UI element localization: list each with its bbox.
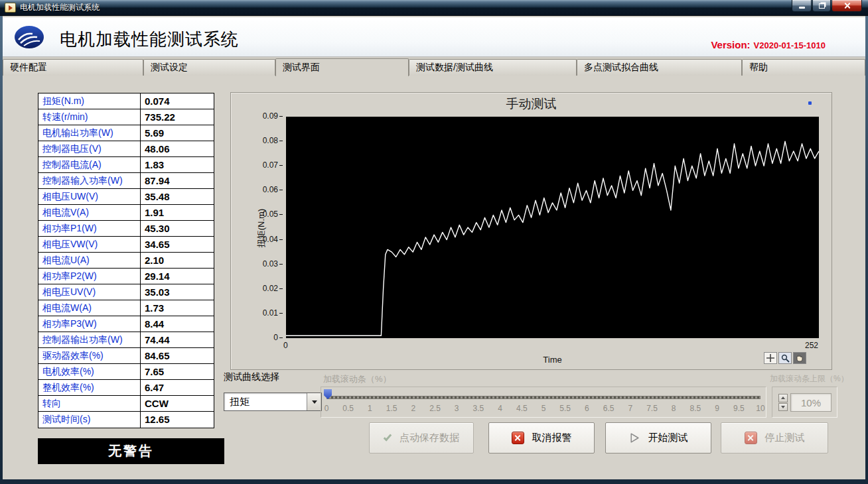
tab-test-settings[interactable]: 测试设定 <box>143 59 275 76</box>
minimize-button[interactable] <box>792 0 812 12</box>
load-limit-control: 10% <box>772 387 837 418</box>
tab-multipoint-fit[interactable]: 多点测试拟合曲线 <box>577 59 742 76</box>
y-tick-label: 0.09 <box>251 111 283 121</box>
load-slider: 00.511.522.533.544.555.566.577.588.599.5… <box>321 387 766 418</box>
jog-save-data-button[interactable]: 点动保存数据 <box>369 422 474 454</box>
slider-tick-label: 6.5 <box>603 404 615 413</box>
red-x-icon <box>745 432 757 444</box>
load-slider-label: 加载滚动条（%） <box>323 373 392 385</box>
measurement-label: 转向 <box>38 396 141 411</box>
slider-tick-label: 6 <box>585 404 589 413</box>
measurement-label: 相电压UW(V) <box>38 189 141 204</box>
load-limit-value[interactable]: 10% <box>790 393 832 412</box>
measurement-label: 控制器输入功率(W) <box>38 173 141 188</box>
measurement-row: 转向CCW <box>38 396 214 412</box>
slider-tick-label: 7 <box>628 404 632 413</box>
measurement-row: 控制器输出功率(W)74.44 <box>38 332 214 348</box>
tab-bar: 硬件配置测试设定测试界面测试数据/测试曲线多点测试拟合曲线帮助 <box>3 57 865 76</box>
y-tick-label: 0.03 <box>251 259 283 269</box>
app-icon <box>5 3 16 13</box>
waveform-chart-panel: 手动测试 扭矩(N.m) 0 252 Time 00.010.020.030.0… <box>230 92 832 370</box>
pan-hand-tool-icon[interactable] <box>793 352 806 364</box>
measurement-row: 相功率P2(W)29.14 <box>38 269 214 284</box>
window-titlebar[interactable]: 电机加载性能测试系统 <box>0 0 868 16</box>
curve-selector-value: 扭矩 <box>224 396 307 408</box>
measurement-label: 控制器输出功率(W) <box>38 332 141 347</box>
decrement-button[interactable] <box>778 403 788 412</box>
measurement-label: 相电流W(A) <box>38 300 141 316</box>
plot-legend-marker <box>808 101 812 105</box>
graph-toolbar <box>764 352 806 364</box>
tab-help[interactable]: 帮助 <box>742 59 865 76</box>
measurement-label: 控制器电压(V) <box>38 141 141 156</box>
measurement-row: 测试时间(s)12.65 <box>38 412 214 428</box>
slider-tick-label: 5.5 <box>559 404 571 413</box>
close-button[interactable] <box>832 0 862 12</box>
measurement-label: 电机输出功率(W) <box>38 125 141 141</box>
measurement-row: 扭矩(N.m)0.074 <box>38 93 214 109</box>
measurement-label: 相电流U(A) <box>38 253 141 268</box>
cancel-alarm-button[interactable]: 取消报警 <box>488 422 595 454</box>
slider-tick-label: 7.5 <box>646 404 658 413</box>
increment-button[interactable] <box>778 394 788 402</box>
tab-test-interface[interactable]: 测试界面 <box>275 58 409 76</box>
start-test-button[interactable]: 开始测试 <box>605 422 711 454</box>
measurement-value: 34.65 <box>141 237 214 252</box>
start-test-label: 开始测试 <box>648 432 688 444</box>
measurement-value: 2.10 <box>141 253 214 268</box>
load-slider-track[interactable] <box>326 396 760 399</box>
slider-tick-label: 0.5 <box>342 404 354 413</box>
measurement-value: 12.65 <box>141 412 214 428</box>
minimize-icon <box>799 7 805 9</box>
measurement-row: 相电流U(A)2.10 <box>38 253 214 269</box>
play-icon <box>629 432 640 444</box>
measurement-label: 整机效率(%) <box>38 380 141 395</box>
slider-tick-label: 4.5 <box>516 404 528 413</box>
maximize-button[interactable] <box>812 0 831 12</box>
measurement-row: 相电流V(A)1.91 <box>38 205 214 221</box>
slider-tick-label: 4 <box>498 404 502 413</box>
measurement-value: 1.73 <box>141 300 214 316</box>
y-tick-label: 0.05 <box>251 210 283 219</box>
measurement-row: 控制器电流(A)1.83 <box>38 157 214 173</box>
chevron-down-icon[interactable] <box>307 393 321 410</box>
version-value: V2020-01-15-1010 <box>754 40 826 50</box>
measurement-row: 转速(r/min)735.22 <box>38 109 214 125</box>
tab-test-data-curves[interactable]: 测试数据/测试曲线 <box>409 59 577 76</box>
arrow-down-icon <box>781 406 785 408</box>
measurement-value: CCW <box>141 396 214 411</box>
close-icon <box>843 2 851 9</box>
measurement-value: 8.44 <box>141 316 214 332</box>
measurement-label: 测试时间(s) <box>38 412 141 428</box>
measurement-label: 电机效率(%) <box>38 364 141 379</box>
measurement-label: 驱动器效率(%) <box>38 348 141 363</box>
curve-selector-dropdown[interactable]: 扭矩 <box>224 393 322 411</box>
y-axis-label: 扭矩(N.m) <box>255 198 267 258</box>
measurement-value: 5.69 <box>141 125 214 141</box>
slider-tick-label: 9 <box>715 404 719 413</box>
slider-tick-label: 0 <box>325 404 329 413</box>
tab-hardware-config[interactable]: 硬件配置 <box>3 59 143 76</box>
measurement-value: 1.83 <box>141 157 214 172</box>
window-title: 电机加载性能测试系统 <box>20 2 100 13</box>
measurement-row: 相电压UW(V)35.48 <box>38 189 214 205</box>
y-tick-label: 0.07 <box>251 160 283 170</box>
stop-test-button[interactable]: 停止测试 <box>721 422 828 454</box>
measurement-label: 相电压UV(V) <box>38 284 141 300</box>
measurement-label: 相功率P3(W) <box>38 316 141 332</box>
jog-save-data-label: 点动保存数据 <box>399 432 459 444</box>
slider-tick-label: 1.5 <box>386 404 398 413</box>
x-axis-label: Time <box>286 355 819 365</box>
measurement-value: 35.48 <box>141 189 214 204</box>
y-tick-label: 0 <box>251 333 283 342</box>
cursor-move-tool-icon[interactable] <box>764 352 777 364</box>
zoom-tool-icon[interactable] <box>778 352 792 364</box>
measurement-row: 电机输出功率(W)5.69 <box>38 125 214 141</box>
app-logo <box>13 23 45 54</box>
y-tick-label: 0.02 <box>251 284 283 293</box>
slider-tick-label: 8 <box>672 404 676 413</box>
app-header: 电机加载性能测试系统 Version:V2020-01-15-1010 <box>3 17 865 57</box>
measurement-value: 29.14 <box>141 269 214 284</box>
cancel-alarm-label: 取消报警 <box>532 432 572 444</box>
slider-tick-label: 2 <box>411 404 415 413</box>
